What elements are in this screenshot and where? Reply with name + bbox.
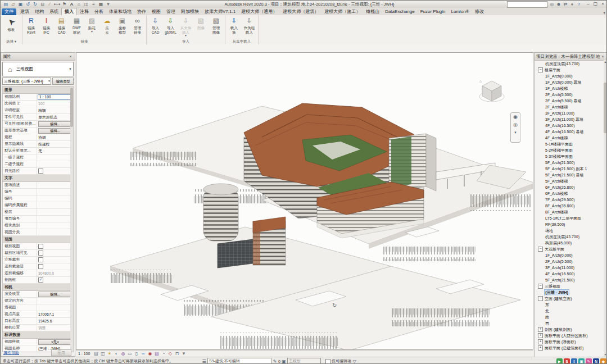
- property-edit-button[interactable]: 编辑...: [38, 292, 72, 297]
- properties-close-icon[interactable]: ×: [68, 54, 73, 59]
- zoom-icon[interactable]: ◎: [513, 121, 518, 129]
- load-family-button[interactable]: ⇩载入 族: [227, 16, 242, 34]
- navigation-bar[interactable]: ◉ ◎ ▼: [510, 112, 520, 143]
- notification-icon[interactable]: ●: [569, 1, 576, 7]
- property-edit-button[interactable]: <无>: [38, 339, 72, 345]
- image-button[interactable]: ▧图像: [193, 16, 209, 30]
- highlight-displacement-sets-icon[interactable]: ◇: [167, 351, 173, 357]
- tree-item[interactable]: 7F_Arch(29.500): [534, 197, 607, 203]
- tray-icon-n[interactable]: N: [593, 358, 599, 364]
- active-workset-selector[interactable]: S9-建筑;不可编辑: [207, 358, 271, 364]
- close-button[interactable]: ×: [599, 1, 606, 7]
- tree-item[interactable]: 西: [534, 320, 607, 326]
- worksharing-display-icon[interactable]: ▼: [180, 351, 187, 357]
- measure-icon[interactable]: ∕: [46, 1, 53, 7]
- ribbon-tab-10[interactable]: 管理: [164, 8, 178, 15]
- tree-item[interactable]: 2F_Arch(5.500): [534, 258, 607, 265]
- ribbon-tab-2[interactable]: 结构: [32, 8, 47, 15]
- tree-item[interactable]: 5-3#楼梯平面图: [534, 153, 607, 160]
- ribbon-tab-13[interactable]: 建模大师（通用）: [238, 8, 280, 15]
- editable-only-checkbox[interactable]: [325, 359, 330, 364]
- sign-in-icon[interactable]: ☻: [555, 1, 562, 7]
- ribbon-tab-7[interactable]: 体量和场地: [106, 8, 134, 15]
- dwf-markup-button[interactable]: ▦DWF 标记: [69, 16, 84, 34]
- ribbon-tab-5[interactable]: 注释: [77, 8, 92, 15]
- ribbon-tab-8[interactable]: 协作: [134, 8, 149, 15]
- ribbon-tab-9[interactable]: 视图: [149, 8, 164, 15]
- tray-icon-screen[interactable]: ▣: [578, 358, 585, 364]
- modify-button[interactable]: ➤修改: [2, 16, 21, 32]
- link-cad-button[interactable]: ▤链接 CAD: [54, 16, 69, 34]
- aligned-dimension-icon[interactable]: ⟷: [53, 1, 61, 7]
- tray-icon-play[interactable]: ▶: [556, 358, 563, 364]
- reveal-constraints-icon[interactable]: ⊓: [174, 351, 180, 357]
- tree-item[interactable]: 东: [534, 302, 607, 308]
- property-checkbox[interactable]: [38, 257, 43, 262]
- detail-level-icon[interactable]: ▤: [93, 351, 99, 357]
- type-selector[interactable]: ⌂ 三维视图 ▼: [2, 62, 74, 76]
- temporary-view-properties-icon[interactable]: ▤: [153, 351, 160, 357]
- link-revit-button[interactable]: R链接 Revit: [24, 16, 39, 34]
- instance-selector[interactable]: ▼ 三维视图: {三维 - JWH}: [2, 78, 51, 85]
- save-icon[interactable]: ▣: [17, 1, 24, 7]
- drawing-area[interactable]: ⌂ ◉ ◎ ▼ ↻: [76, 52, 533, 350]
- qat-customize-icon[interactable]: ▼: [105, 1, 112, 7]
- coordination-model-button[interactable]: ▣坐标 模型: [115, 16, 130, 34]
- tree-item[interactable]: 3F_Arch(11.000) 幕墙: [534, 116, 607, 122]
- restore-button[interactable]: ▢: [592, 1, 599, 7]
- tree-item[interactable]: 5F_Arch(21.500) 幕墙: [534, 172, 607, 178]
- tree-item[interactable]: 机房屋顶层(43.700): [534, 61, 607, 67]
- apply-button[interactable]: 应用: [51, 349, 71, 356]
- ribbon-tab-14[interactable]: 建模大师（建筑）: [280, 8, 321, 15]
- tree-item[interactable]: 1F_Arch(0.000): [534, 73, 607, 79]
- open-icon[interactable]: ▱: [10, 1, 17, 7]
- show-analytical-model-icon[interactable]: ◔: [160, 351, 166, 357]
- insert-from-file-button[interactable]: ⇩从文件 插入▼: [178, 16, 193, 37]
- shadows-icon[interactable]: ◐: [113, 351, 119, 357]
- exchange-apps-icon[interactable]: ⇄: [562, 1, 569, 7]
- tree-item[interactable]: 8F_Arch楼梯: [534, 209, 607, 215]
- properties-section-0[interactable]: 图形ˆ: [3, 87, 73, 94]
- property-checkbox[interactable]: [38, 244, 43, 249]
- properties-help-link[interactable]: 属性帮助: [1, 350, 19, 356]
- switch-windows-icon[interactable]: ▦: [97, 1, 105, 7]
- expand-icon[interactable]: +: [538, 339, 543, 344]
- redo-icon[interactable]: ↻: [31, 1, 39, 7]
- ribbon-tab-18[interactable]: Fuzor Plugin: [418, 8, 449, 15]
- chevron-down-icon[interactable]: ▼: [514, 129, 517, 136]
- properties-section-4[interactable]: 标识数据ˆ: [3, 331, 73, 339]
- tree-item[interactable]: 5-2#楼梯平面图: [534, 147, 607, 153]
- tree-item[interactable]: 1F_Arch(0.000) 幕墙: [534, 79, 607, 85]
- expand-icon[interactable]: +: [538, 327, 543, 332]
- project-browser-scrollbar[interactable]: ▲ ▼: [604, 60, 607, 357]
- tree-item[interactable]: {三维 - JWH}: [534, 289, 607, 295]
- filter-icon[interactable]: ▽: [351, 359, 358, 364]
- text-icon[interactable]: A: [68, 1, 75, 7]
- tree-item[interactable]: 4F_Arch(16.500): [534, 122, 607, 129]
- property-checkbox[interactable]: [38, 264, 43, 269]
- collapse-icon[interactable]: −: [538, 284, 543, 289]
- link-ifc-button[interactable]: I链接 IFC: [39, 16, 54, 34]
- properties-section-3[interactable]: 相机ˆ: [3, 284, 73, 291]
- tree-item[interactable]: 2F_Arch楼梯: [534, 104, 607, 110]
- tray-icon-diamond[interactable]: ◆: [600, 358, 606, 364]
- reveal-hidden-elements-icon[interactable]: ◉: [147, 351, 153, 357]
- editing-requests-icon[interactable]: ✎: [271, 359, 278, 364]
- scroll-up-icon[interactable]: ▲: [604, 60, 607, 64]
- tree-item[interactable]: 4F_Arch(16.500) 幕墙: [534, 129, 607, 135]
- ribbon-tab-1[interactable]: 建筑: [17, 8, 32, 15]
- view-scale-control[interactable]: 1 : 100: [78, 352, 90, 356]
- ribbon-tab-15[interactable]: 建模大师（施工）: [321, 8, 363, 15]
- tree-item[interactable]: −天花板平面: [534, 246, 607, 252]
- show-rendering-dialog-icon[interactable]: ◍: [120, 351, 126, 357]
- tree-item[interactable]: 2F_Arch(5.500): [534, 92, 607, 98]
- edit-type-button[interactable]: 编辑类型: [52, 78, 74, 85]
- tree-item[interactable]: +面积平面 (总建筑面积): [534, 345, 607, 351]
- visual-style-icon[interactable]: ◫: [99, 351, 106, 357]
- search-icon[interactable]: ◎: [549, 1, 555, 7]
- section-icon[interactable]: ◫: [83, 1, 90, 7]
- tree-item[interactable]: LT5-1#LT二层平面图: [534, 215, 607, 221]
- collapse-icon[interactable]: −: [538, 247, 543, 252]
- app-button[interactable]: ▤: [2, 1, 10, 7]
- manage-links-button[interactable]: ∞管理 链接: [130, 16, 145, 34]
